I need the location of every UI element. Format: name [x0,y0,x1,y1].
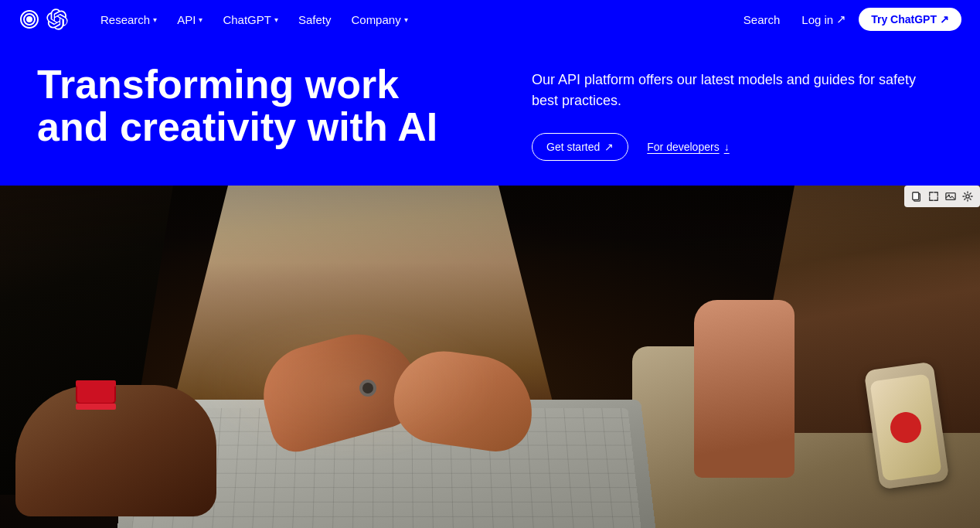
api-chevron-icon: ▾ [199,15,202,24]
search-button[interactable]: Search [734,9,790,31]
expand-icon[interactable] [926,189,941,204]
research-chevron-icon: ▾ [153,15,157,24]
login-button[interactable]: Log in ↗ [792,8,856,31]
get-started-button[interactable]: Get started ↗ [532,133,628,161]
hero-image-section [0,186,980,528]
logo-link[interactable] [19,9,68,30]
nav-api[interactable]: API ▾ [169,9,210,31]
nav-safety[interactable]: Safety [291,9,339,31]
openai-logo-icon [19,9,40,30]
login-arrow-icon: ↗ [836,12,846,26]
hero-description: Our API platform offers our latest model… [532,70,934,111]
nav-research[interactable]: Research ▾ [93,9,165,31]
try-chatgpt-button[interactable]: Try ChatGPT ↗ [859,8,961,31]
copy-icon[interactable] [909,189,924,204]
nav-chatgpt[interactable]: ChatGPT ▾ [215,9,286,31]
hero-left: Transforming work and creativity with AI [37,63,470,148]
nav-company[interactable]: Company ▾ [343,9,415,31]
for-developers-arrow-icon: ↓ [724,141,730,153]
svg-rect-1 [913,192,919,200]
image-icon[interactable] [943,189,958,204]
company-chevron-icon: ▾ [404,15,408,24]
hero-right: Our API platform offers our latest model… [532,63,943,161]
try-arrow-icon: ↗ [940,13,949,26]
navbar: Research ▾ API ▾ ChatGPT ▾ Safety Compan… [0,0,980,39]
hero-buttons: Get started ↗ For developers ↓ [532,133,943,161]
for-developers-button[interactable]: For developers ↓ [647,134,729,160]
settings-icon[interactable] [960,189,975,204]
get-started-arrow-icon: ↗ [604,141,614,153]
chatgpt-chevron-icon: ▾ [274,15,278,24]
hero-section: Transforming work and creativity with AI… [0,39,980,186]
image-toolbar [904,186,980,207]
openai-wordmark-icon [46,9,68,30]
nav-links: Research ▾ API ▾ ChatGPT ▾ Safety Compan… [93,9,734,31]
svg-point-4 [966,195,969,198]
hero-image [0,186,980,528]
hero-title: Transforming work and creativity with AI [37,63,470,148]
nav-actions: Search Log in ↗ Try ChatGPT ↗ [734,8,961,31]
